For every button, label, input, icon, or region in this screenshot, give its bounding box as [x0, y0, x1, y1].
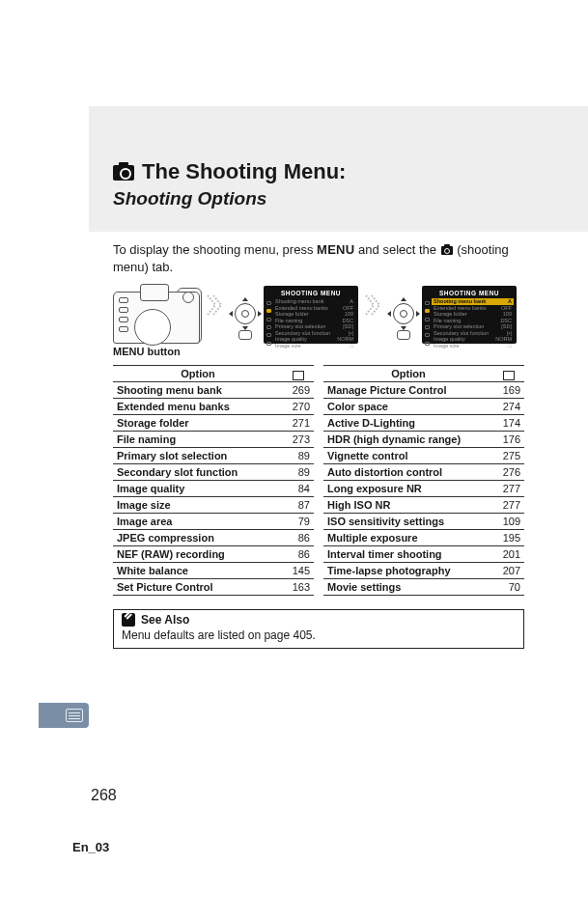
- lcd-menu-row: Image size□: [432, 343, 514, 349]
- table-row: Storage folder271: [113, 415, 314, 432]
- lcd-item-value: □: [350, 343, 353, 349]
- option-page: 275: [493, 448, 524, 464]
- camera-icon: [441, 246, 453, 255]
- section-header: The Shooting Menu: Shooting Options: [89, 106, 588, 232]
- option-page: 79: [283, 514, 314, 530]
- table-row: Long exposure NR277: [323, 481, 524, 497]
- table-header-row: Option: [113, 366, 314, 382]
- book-icon: [503, 371, 515, 378]
- lcd-item-name: Image size: [434, 343, 460, 349]
- option-page: 273: [283, 432, 314, 448]
- col-page: [493, 366, 524, 382]
- table-row: Vignette control275: [323, 448, 524, 464]
- table-row: High ISO NR277: [323, 497, 524, 514]
- option-name: Long exposure NR: [323, 481, 493, 497]
- option-name: Auto distortion control: [323, 464, 493, 481]
- col-option: Option: [113, 366, 283, 382]
- menu-button-caption: MENU button: [113, 346, 200, 357]
- table-row: HDR (high dynamic range)176: [323, 432, 524, 448]
- table-row: Multiple exposure195: [323, 530, 524, 546]
- option-page: 89: [283, 448, 314, 464]
- lcd-item-value: □: [509, 343, 512, 349]
- option-name: Multiple exposure: [323, 530, 493, 546]
- option-page: 176: [493, 432, 524, 448]
- option-page: 195: [493, 530, 524, 546]
- option-name: Active D-Lighting: [323, 415, 493, 432]
- footer-code: En_03: [72, 840, 109, 854]
- table-row: Movie settings70: [323, 579, 524, 596]
- intro-text-2: and select the: [355, 242, 440, 257]
- table-row: Auto distortion control276: [323, 464, 524, 481]
- lcd-screen-1: SHOOTING MENU Shooting menu bankAExtende…: [264, 286, 358, 344]
- option-page: 86: [283, 530, 314, 546]
- options-table-left: Option Shooting menu bank269Extended men…: [113, 365, 314, 596]
- option-page: 270: [283, 399, 314, 415]
- table-row: Shooting menu bank269: [113, 382, 314, 399]
- option-page: 86: [283, 546, 314, 563]
- option-name: High ISO NR: [323, 497, 493, 514]
- option-name: Time-lapse photography: [323, 563, 493, 579]
- table-row: Active D-Lighting174: [323, 415, 524, 432]
- intro-paragraph: To display the shooting menu, press MENU…: [113, 241, 524, 276]
- see-also-body: Menu defaults are listed on page 405.: [114, 627, 523, 648]
- option-name: Interval timer shooting: [323, 546, 493, 563]
- option-name: Manage Picture Control: [323, 382, 493, 399]
- option-page: 269: [283, 382, 314, 399]
- table-row: Time-lapse photography207: [323, 563, 524, 579]
- book-icon: [293, 371, 304, 378]
- option-name: White balance: [113, 563, 283, 579]
- lcd-menu-row: Image size□: [273, 343, 355, 349]
- table-row: NEF (RAW) recording86: [113, 546, 314, 563]
- option-page: 163: [283, 579, 314, 596]
- option-name: File naming: [113, 432, 283, 448]
- option-name: Image quality: [113, 481, 283, 497]
- option-name: ISO sensitivity settings: [323, 514, 493, 530]
- col-page: [283, 366, 314, 382]
- table-row: JPEG compression86: [113, 530, 314, 546]
- table-row: Secondary slot function89: [113, 464, 314, 481]
- section-subtitle: Shooting Options: [113, 188, 588, 209]
- option-name: Primary slot selection: [113, 448, 283, 464]
- option-page: 277: [493, 497, 524, 514]
- side-thumb-tab: [39, 703, 89, 728]
- table-row: Color space274: [323, 399, 524, 415]
- option-name: JPEG compression: [113, 530, 283, 546]
- option-name: Color space: [323, 399, 493, 415]
- see-also-box: See Also Menu defaults are listed on pag…: [113, 609, 524, 649]
- option-page: 89: [283, 464, 314, 481]
- option-page: 276: [493, 464, 524, 481]
- table-row: Interval timer shooting201: [323, 546, 524, 563]
- table-row: Image size87: [113, 497, 314, 514]
- see-also-title: See Also: [141, 613, 189, 627]
- arrow-icon: [206, 286, 225, 324]
- table-row: Image quality84: [113, 481, 314, 497]
- option-page: 87: [283, 497, 314, 514]
- camera-icon: [113, 165, 134, 181]
- option-page: 207: [493, 563, 524, 579]
- option-name: Image size: [113, 497, 283, 514]
- menu-icon: [66, 709, 83, 722]
- page-number: 268: [91, 787, 117, 804]
- option-page: 274: [493, 399, 524, 415]
- option-name: Secondary slot function: [113, 464, 283, 481]
- camera-top-illustration: MENU button: [113, 286, 200, 357]
- section-title: The Shooting Menu:: [142, 159, 346, 184]
- illustration-row: MENU button SHOO: [113, 286, 524, 357]
- table-row: Primary slot selection89: [113, 448, 314, 464]
- table-row: White balance145: [113, 563, 314, 579]
- lcd-title: SHOOTING MENU: [266, 289, 355, 298]
- option-page: 271: [283, 415, 314, 432]
- option-name: Set Picture Control: [113, 579, 283, 596]
- col-option: Option: [323, 366, 493, 382]
- table-row: ISO sensitivity settings109: [323, 514, 524, 530]
- option-page: 145: [283, 563, 314, 579]
- option-name: Storage folder: [113, 415, 283, 432]
- option-page: 84: [283, 481, 314, 497]
- intro-text-1: To display the shooting menu, press: [113, 242, 317, 257]
- option-name: Shooting menu bank: [113, 382, 283, 399]
- options-table-right: Option Manage Picture Control169Color sp…: [323, 365, 524, 596]
- multiselector-illustration: [231, 286, 260, 344]
- table-row: Manage Picture Control169: [323, 382, 524, 399]
- option-name: Image area: [113, 514, 283, 530]
- lcd-screen-2: SHOOTING MENU Shooting menu bankAExtende…: [422, 286, 517, 344]
